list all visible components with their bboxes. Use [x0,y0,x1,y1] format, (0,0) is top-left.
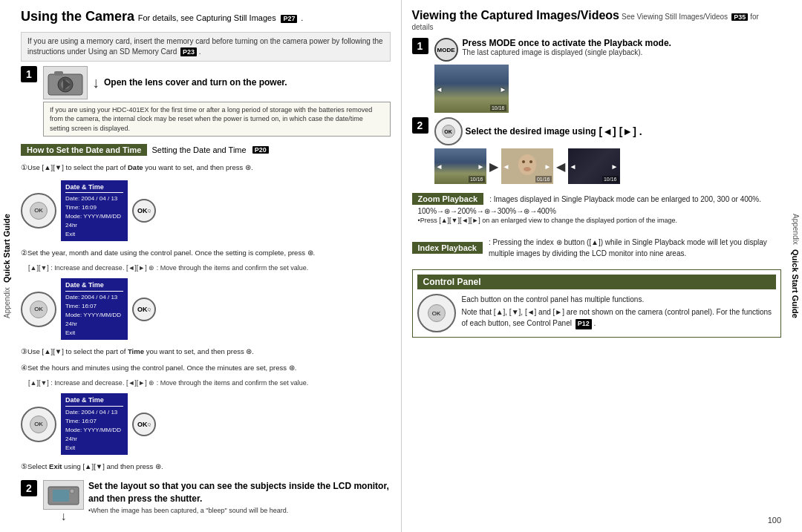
dt-title-2: Date & Time [65,280,123,292]
datetime-box-3: Date & Time Date: 2004 / 04 / 13 Time: 1… [61,393,128,455]
left-title-dot: . [301,13,303,22]
dt-exit-2: Exit [65,329,123,338]
step2-img-row: ↓ Set the layout so that you can see the… [43,480,391,523]
zoom-text: : Images displayed in Single Playback mo… [489,194,781,205]
svg-point-10 [522,160,525,163]
svg-rect-3 [54,71,63,76]
right-step2-row: 2 OK Select the desired image using [◄] … [412,117,782,184]
date-time-header-label: How to Set the Date and Time [21,144,147,156]
photo3-left-arrow: ◄ [570,162,577,171]
zoom-formula: 100%→⊛→200%→⊛→300%→⊛→400% [418,207,782,215]
svg-rect-6 [53,490,69,502]
step1-down-arrow: ↓ [92,74,100,91]
photo1-label: 10/16 [469,176,485,183]
info-box-suffix: . [199,47,201,56]
sidebar-right-appendix: Appendix [792,214,800,245]
zoom-playback-section: Zoom Playback : Images displayed in Sing… [412,191,782,226]
step1-row: 1 ↓ Open the lens cover and turn on the … [21,66,391,139]
right-title-subtitle: See Viewing Still Images/Videos [622,13,728,21]
right-step1-text: Press MODE once to activate the Playback… [463,38,671,48]
date-time-header-row: How to Set the Date and Time Setting the… [21,144,391,156]
inst1: ①Use [▲][▼] to select the part of Date y… [21,162,391,173]
sidebar-right-qs: Quick Start Guide [791,249,800,318]
control-panel-text2-main: Note that [▲], [▼], [◄] and [►] are not … [462,308,772,327]
control-dial-1: OK [21,193,56,229]
step1-sub-info: If you are using your HDC-401EX for the … [43,102,391,137]
inst4-detail: [▲][▼] : Increase and decrease. [◄][►] ⊛… [28,379,391,387]
right-step2-header: OK Select the desired image using [◄] [►… [434,117,782,145]
datetime-box-1: Date & Time Date: 2004 / 04 / 13 Time: 1… [61,180,128,242]
datetime-box-2: Date & Time Date: 2004 / 04 / 13 Time: 1… [61,278,128,340]
svg-point-12 [524,167,531,171]
sidebar-left-qs: Quick Start Guide [2,214,11,283]
mode-button: MODE [434,38,458,62]
svg-point-9 [518,154,536,175]
right-step1-texts: Press MODE once to activate the Playback… [463,38,671,56]
arrow-left-1: ◀ [556,160,565,174]
right-step2-text: Select the desired image using [466,126,596,137]
dt-date-2: Date: 2004 / 04 / 13 [65,293,123,302]
sidebar-right: Appendix Quick Start Guide [789,0,802,532]
control-panel-header: Control Panel [417,275,777,289]
right-title-main: Viewing the Captured Images/Videos [412,9,619,22]
photo-1: ◄ ► 10/16 [434,148,486,184]
right-step1-row: 1 MODE Press MODE once to activate the P… [412,38,782,113]
svg-point-11 [529,160,532,163]
step2-control-inner: OK [442,125,455,138]
ok-button-1: OKQ [132,199,156,223]
photo1-right-arrow: ► [477,162,485,171]
step1-photo-label: 10/16 [490,105,506,111]
right-step1-content: MODE Press MODE once to activate the Pla… [434,38,782,113]
inst4: ④Set the hours and minutes using the con… [21,363,391,373]
dt-date-3: Date: 2004 / 04 / 13 [65,408,123,417]
date-time-setting-ref: P20 [252,146,269,154]
control-panel-texts: Each button on the control panel has mul… [462,294,777,329]
dt-time-3: Time: 16:07 [65,417,123,426]
inst2-controls: OK Date & Time Date: 2004 / 04 / 13 Time… [21,278,391,340]
right-title-ref: P35 [731,13,748,21]
step2-text: Set the layout so that you can see the s… [88,480,391,505]
step2-camera-area: ↓ [43,480,84,523]
photo2-label: 01/16 [535,176,552,183]
left-title: Using the Camera For details, see Captur… [21,10,303,24]
ok-button-2: OKQ [132,298,156,321]
step2-down-arrow: ↓ [61,510,67,523]
step2-bullet: •When the image has been captured, a "bl… [88,507,391,514]
zoom-bar: Zoom Playback : Images displayed in Sing… [412,193,782,205]
sidebar-left-appendix: Appendix [3,287,11,318]
info-box-ref: P23 [180,47,197,57]
right-page: Viewing the Captured Images/Videos See V… [402,0,789,532]
dt-date-1: Date: 2004 / 04 / 13 [65,194,123,203]
step1-content: ↓ Open the lens cover and turn on the po… [43,66,391,139]
inst2: ②Set the year, month and date using the … [21,248,391,258]
step2-photos-row: ◄ ► 10/16 ▶ ◄ [434,148,782,184]
step1-img-row: ↓ Open the lens cover and turn on the po… [43,66,391,99]
right-page-num: 100 [412,513,782,525]
control-inner-2: OK [30,301,48,318]
mode-label: MODE [437,47,455,53]
photo1-left-arrow: ◄ [436,162,443,171]
control-dial-2: OK [21,292,56,327]
photo3-label: 10/16 [602,176,619,183]
inst3: ③Use [▲][▼] to select the part of Time y… [21,347,391,357]
step1-text: Open the lens cover and turn on the powe… [104,76,287,89]
info-box-text: If you are using a memory card, insert t… [27,37,383,56]
control-panel-inner: OK [428,304,446,322]
dt-time-2: Time: 16:07 [65,302,123,311]
control-panel-text1: Each button on the control panel has mul… [462,294,777,305]
right-step2-content: OK Select the desired image using [◄] [►… [434,117,782,184]
control-dial-3: OK [21,407,56,442]
dt-exit-3: Exit [65,444,123,453]
inst2-detail: [▲][▼] : Increase and decrease. [◄][►] ⊛… [28,264,391,272]
index-label: Index Playback [412,242,483,254]
pages-wrapper: Using the Camera For details, see Captur… [13,0,789,532]
sidebar-left: Appendix Quick Start Guide [0,0,13,532]
step2-text-area: Set the layout so that you can see the s… [88,480,391,514]
step2-camera-icon [43,480,84,510]
control-inner-1: OK [30,202,48,220]
step1-photo-area: 10/16 ◄ ► [434,65,782,113]
photo3-right-arrow: ► [611,162,619,171]
right-step1-inner: MODE Press MODE once to activate the Pla… [434,38,782,62]
control-panel-content: OK Each button on the control panel has … [417,294,777,332]
control-inner-3: OK [30,416,48,433]
